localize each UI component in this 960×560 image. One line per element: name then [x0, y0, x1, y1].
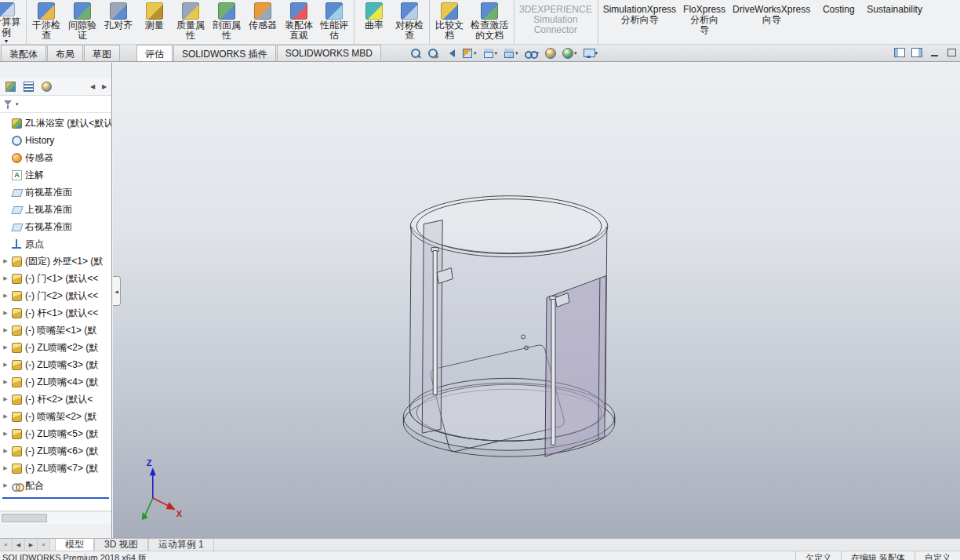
panel-collapse-handle[interactable]: ◀: [113, 276, 121, 306]
zoom-area-button[interactable]: [425, 45, 441, 60]
shower-cabin-model[interactable]: Z X: [113, 63, 960, 538]
chevron-down-icon[interactable]: ▾: [515, 50, 518, 56]
minimize-icon[interactable]: [927, 46, 941, 59]
previous-view-button[interactable]: [442, 45, 458, 60]
feature-tree-item[interactable]: (-) ZL喷嘴<7> (默: [0, 460, 111, 477]
command-tab[interactable]: SOLIDWORKS MBD: [277, 45, 381, 61]
feature-tree-item[interactable]: 原点: [0, 235, 111, 253]
ribbon-command-button[interactable]: 质量属 性: [173, 0, 209, 44]
document-tab[interactable]: 3D 视图: [94, 539, 148, 551]
view-settings-button[interactable]: ▾: [581, 45, 601, 60]
expander-arrow-icon[interactable]: [2, 362, 9, 368]
command-tab[interactable]: 评估: [136, 45, 173, 61]
view-orientation-button[interactable]: ▾: [481, 45, 500, 60]
go-next-icon[interactable]: ▶: [25, 539, 38, 551]
ribbon-command-button[interactable]: 装配体 直观: [281, 0, 317, 44]
expander-arrow-icon[interactable]: [2, 275, 9, 282]
collapse-pane-left-icon[interactable]: [893, 46, 907, 59]
previous-pane-arrow-icon[interactable]: ◀: [87, 83, 98, 90]
command-tab[interactable]: SOLIDWORKS 插件: [173, 45, 276, 61]
feature-tree-item[interactable]: 配合: [0, 477, 111, 494]
cabin-geometry[interactable]: [403, 196, 615, 456]
ribbon-command-button[interactable]: 剖面属 性: [209, 0, 245, 44]
ribbon-command-button[interactable]: FloXpress 分析向 导: [679, 0, 729, 44]
apply-scene-button[interactable]: ▾: [560, 45, 580, 60]
scrollbar-thumb[interactable]: [2, 514, 47, 522]
expander-arrow-icon[interactable]: [2, 448, 9, 454]
ribbon-command-button[interactable]: 对称检 查: [392, 0, 430, 44]
ribbon-command-button[interactable]: 间隙验 证: [64, 0, 100, 44]
feature-tree-item[interactable]: (-) 杆<1> (默认<<: [0, 304, 111, 322]
expander-arrow-icon[interactable]: [2, 344, 9, 351]
tree-horizontal-scrollbar[interactable]: [0, 511, 111, 524]
ribbon-command-button[interactable]: 曲率: [356, 0, 392, 44]
feature-tree-item[interactable]: 上视基准面: [0, 201, 111, 218]
zoom-fit-button[interactable]: [408, 45, 424, 60]
expander-arrow-icon[interactable]: [2, 482, 9, 489]
graphics-area[interactable]: Z X: [113, 63, 960, 538]
ribbon-command-button[interactable]: DriveWorksXpress 向导: [729, 0, 813, 44]
ribbon-command-button[interactable]: 测量: [136, 0, 173, 44]
document-tab[interactable]: 运动算例 1: [148, 539, 214, 551]
expander-arrow-icon[interactable]: [2, 465, 9, 471]
chevron-down-icon[interactable]: ▾: [474, 50, 477, 56]
display-manager-tab[interactable]: [38, 79, 55, 94]
tree-filter[interactable]: ▾: [0, 96, 111, 113]
chevron-down-icon[interactable]: ▾: [574, 50, 577, 56]
expander-arrow-icon[interactable]: [2, 293, 9, 299]
feature-tree-item[interactable]: (-) ZL喷嘴<6> (默: [0, 442, 111, 460]
collapse-pane-right-icon[interactable]: [910, 46, 924, 59]
display-style-button[interactable]: ▾: [501, 45, 521, 60]
feature-tree-item[interactable]: (-) 喷嘴架<1> (默: [0, 322, 111, 339]
command-tab[interactable]: 布局: [47, 45, 83, 61]
command-tab[interactable]: 装配体: [1, 45, 46, 61]
hide-show-items-button[interactable]: ▾: [522, 45, 542, 60]
expander-arrow-icon[interactable]: [2, 379, 9, 385]
section-view-button[interactable]: ▾: [460, 45, 479, 60]
go-last-icon[interactable]: »: [38, 539, 50, 551]
featuremanager-tree-tab[interactable]: [2, 79, 19, 94]
feature-tree-item[interactable]: (固定) 外壁<1> (默: [0, 253, 111, 270]
next-pane-arrow-icon[interactable]: ▶: [99, 83, 110, 90]
chevron-down-icon[interactable]: ▾: [495, 50, 498, 56]
ribbon-command-button[interactable]: SimulationXpress 分析向导: [600, 0, 679, 44]
go-first-icon[interactable]: «: [0, 539, 13, 551]
chevron-down-icon[interactable]: ▾: [16, 101, 19, 107]
ribbon-command-button[interactable]: 检查激活 的文档: [467, 0, 515, 44]
ribbon-command-button[interactable]: 性能评 估: [317, 0, 355, 44]
expander-arrow-icon[interactable]: [2, 258, 9, 264]
flyout-arrow-icon[interactable]: ▼: [4, 38, 9, 44]
ribbon-command-button[interactable]: 计算算 例 ▼: [0, 0, 27, 44]
feature-tree-item[interactable]: (-) 喷嘴架<2> (默: [0, 408, 111, 425]
feature-tree-item[interactable]: 前视基准面: [0, 184, 111, 201]
feature-tree-item[interactable]: (-) 门<2> (默认<<: [0, 287, 111, 304]
feature-tree-item[interactable]: 右视基准面: [0, 218, 111, 235]
chevron-down-icon[interactable]: ▾: [595, 50, 598, 56]
document-tab[interactable]: 模型: [55, 539, 94, 551]
rollback-bar[interactable]: [2, 497, 109, 499]
feature-tree-item[interactable]: (-) 杆<2> (默认<: [0, 391, 111, 408]
ribbon-command-button[interactable]: 3DEXPERIENCE Simulation Connector: [516, 0, 598, 44]
feature-tree-item[interactable]: (-) ZL喷嘴<5> (默: [0, 425, 111, 442]
property-manager-tab[interactable]: [20, 79, 37, 94]
expander-arrow-icon[interactable]: [2, 327, 9, 333]
feature-tree-item[interactable]: 注解: [0, 166, 111, 184]
ribbon-command-button[interactable]: 干涉检 查: [28, 0, 64, 44]
ribbon-command-button[interactable]: 比较文 档: [431, 0, 467, 44]
feature-tree-item[interactable]: (-) ZL喷嘴<4> (默: [0, 373, 111, 391]
expander-arrow-icon[interactable]: [2, 310, 9, 316]
go-previous-icon[interactable]: ◀: [13, 539, 25, 551]
edit-appearance-button[interactable]: [543, 45, 558, 60]
feature-tree-item[interactable]: (-) ZL喷嘴<3> (默: [0, 356, 111, 373]
feature-tree-item[interactable]: 传感器: [0, 149, 111, 166]
ribbon-command-button[interactable]: 孔对齐: [100, 0, 136, 44]
expander-arrow-icon[interactable]: [2, 396, 9, 402]
ribbon-command-button[interactable]: Sustainability: [864, 0, 925, 44]
expander-arrow-icon[interactable]: [2, 413, 9, 420]
command-tab[interactable]: 草图: [84, 45, 120, 61]
feature-tree-item[interactable]: (-) ZL喷嘴<2> (默: [0, 339, 111, 356]
ribbon-command-button[interactable]: 传感器: [245, 0, 281, 44]
restore-icon[interactable]: [944, 46, 958, 59]
feature-tree-item[interactable]: (-) 门<1> (默认<<: [0, 270, 111, 287]
expander-arrow-icon[interactable]: [2, 431, 9, 437]
